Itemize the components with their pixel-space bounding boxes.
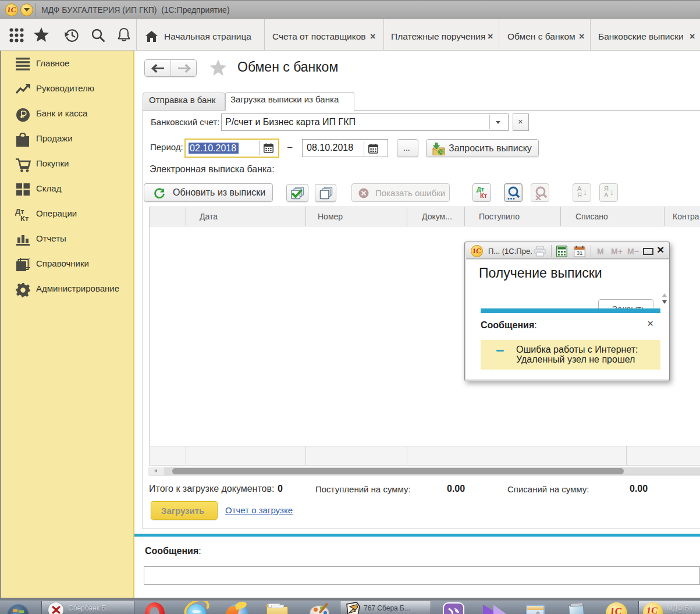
svg-text:31: 31 [577,250,583,256]
